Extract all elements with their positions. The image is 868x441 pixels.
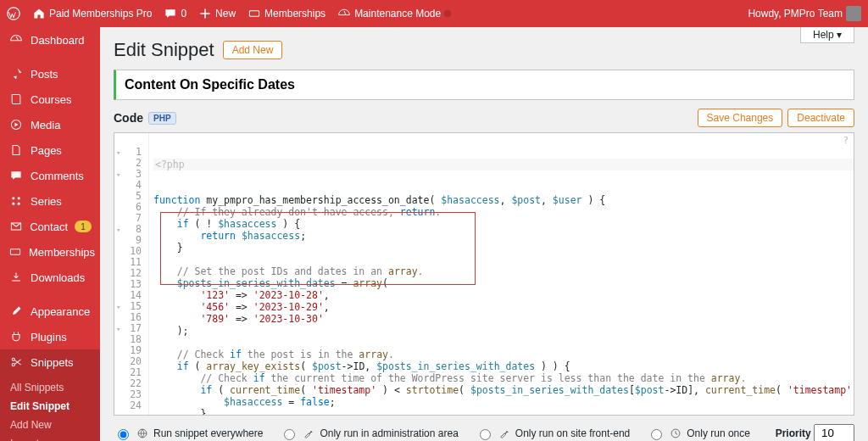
- sidebar-item-downloads[interactable]: Downloads: [0, 265, 100, 290]
- svg-point-9: [12, 358, 14, 360]
- wrench-icon: [498, 427, 510, 439]
- memberships-icon: [8, 244, 22, 260]
- scope-once[interactable]: Only run once: [647, 427, 750, 440]
- clock-icon: [670, 427, 682, 439]
- wp-logo[interactable]: [7, 7, 20, 20]
- sidebar-item-label: Memberships: [29, 246, 95, 259]
- site-name: Paid Memberships Pro: [49, 8, 152, 20]
- book-icon: [8, 92, 24, 107]
- submenu-all-snippets[interactable]: All Snippets: [0, 378, 100, 397]
- page-title-text: Edit Snippet: [114, 39, 214, 61]
- sidebar-item-plugins[interactable]: Plugins: [0, 324, 100, 349]
- home-icon: [32, 7, 46, 20]
- sidebar-item-label: Comments: [31, 170, 84, 182]
- svg-point-3: [12, 197, 14, 199]
- page-icon: [8, 142, 24, 158]
- scope-label: Run snippet everywhere: [153, 427, 263, 439]
- maintenance-link[interactable]: Maintenance Mode: [337, 7, 451, 20]
- scope-everywhere[interactable]: Run snippet everywhere: [114, 427, 263, 440]
- sidebar-item-label: Courses: [31, 93, 71, 106]
- scope-radio[interactable]: [480, 429, 491, 440]
- scope-frontend[interactable]: Only run on site front-end: [476, 427, 630, 440]
- sidebar-item-label: Dashboard: [31, 34, 85, 47]
- page-title: Edit Snippet Add New: [114, 39, 854, 61]
- comment-icon: [8, 168, 24, 183]
- plus-icon: [198, 7, 212, 20]
- media-icon: [8, 117, 24, 132]
- sidebar-item-dashboard[interactable]: Dashboard: [0, 27, 100, 53]
- admin-bar: Paid Memberships Pro 0 New Memberships M…: [0, 0, 868, 27]
- scope-radio[interactable]: [284, 429, 295, 440]
- priority-label: Priority: [776, 427, 811, 439]
- scope-label: Only run in administration area: [320, 427, 458, 439]
- comment-icon: [164, 7, 177, 20]
- help-tab[interactable]: Help ▾: [800, 27, 854, 43]
- new-label: New: [215, 8, 236, 20]
- wrench-icon: [303, 427, 314, 439]
- howdy-text: Howdy, PMPro Team: [748, 8, 843, 20]
- sidebar-item-appearance[interactable]: Appearance: [0, 299, 100, 324]
- sidebar-item-media[interactable]: Media: [0, 112, 100, 137]
- brush-icon: [8, 304, 24, 319]
- save-changes-button[interactable]: Save Changes: [698, 109, 783, 127]
- plug-icon: [8, 329, 24, 344]
- snippet-footer: Run snippet everywhere Only run in admin…: [114, 416, 854, 441]
- pin-icon: [8, 66, 24, 81]
- site-link[interactable]: Paid Memberships Pro: [32, 7, 152, 20]
- submenu-edit-snippet[interactable]: Edit Snippet: [0, 397, 100, 416]
- gauge-icon: [337, 7, 351, 20]
- sidebar-item-contact[interactable]: Contact1: [0, 214, 100, 239]
- add-new-button[interactable]: Add New: [223, 41, 283, 59]
- memberships-link[interactable]: Memberships: [248, 7, 326, 20]
- submenu-import[interactable]: Import: [0, 434, 100, 441]
- sidebar-item-label: Appearance: [31, 305, 90, 318]
- mail-icon: [8, 219, 23, 234]
- howdy-link[interactable]: Howdy, PMPro Team: [748, 6, 861, 21]
- scope-label: Only run once: [687, 427, 750, 439]
- deactivate-button[interactable]: Deactivate: [787, 109, 854, 127]
- memberships-label: Memberships: [264, 8, 326, 20]
- sidebar-item-label: Pages: [31, 144, 62, 157]
- priority-input[interactable]: [814, 424, 854, 441]
- sidebar-item-pages[interactable]: Pages: [0, 137, 100, 163]
- sidebar-item-label: Snippets: [31, 356, 74, 369]
- scope-radio[interactable]: [651, 429, 662, 440]
- memberships-icon: [248, 7, 261, 20]
- sidebar-item-label: Contact: [30, 220, 68, 233]
- contact-badge: 1: [75, 220, 92, 232]
- question-icon: ?: [843, 135, 849, 147]
- php-open-tag: <?php: [155, 159, 185, 170]
- php-badge: PHP: [148, 112, 176, 125]
- code-area[interactable]: <?php? function my_pmpro_has_membership_…: [148, 133, 854, 415]
- svg-point-4: [18, 197, 20, 199]
- snippet-title-input[interactable]: [114, 70, 854, 100]
- code-editor[interactable]: 1▾23▾45678▾9101112131415▾1617▾1819202122…: [114, 132, 854, 416]
- comments-link[interactable]: 0: [164, 7, 186, 20]
- admin-sidebar: Dashboard Posts Courses Media Pages Comm…: [0, 27, 100, 441]
- sidebar-item-comments[interactable]: Comments: [0, 163, 100, 188]
- svg-rect-1: [249, 11, 259, 16]
- new-link[interactable]: New: [198, 7, 236, 20]
- submenu-add-new[interactable]: Add New: [0, 416, 100, 434]
- svg-rect-8: [10, 249, 19, 254]
- sidebar-item-posts[interactable]: Posts: [0, 61, 100, 87]
- avatar: [846, 6, 861, 21]
- sidebar-item-series[interactable]: Series: [0, 188, 100, 214]
- svg-point-6: [18, 203, 20, 205]
- main-content: Help ▾ Edit Snippet Add New CodePHP Save…: [100, 27, 868, 441]
- sidebar-item-snippets[interactable]: Snippets: [0, 349, 100, 375]
- scope-radio[interactable]: [118, 429, 129, 440]
- snippets-submenu: All Snippets Edit Snippet Add New Import…: [0, 375, 100, 441]
- sidebar-item-label: Plugins: [31, 331, 67, 343]
- sidebar-item-courses[interactable]: Courses: [0, 87, 100, 112]
- scope-admin[interactable]: Only run in administration area: [280, 427, 458, 440]
- svg-point-10: [12, 364, 14, 366]
- sidebar-item-memberships[interactable]: Memberships: [0, 239, 100, 265]
- comments-count: 0: [181, 8, 186, 20]
- download-icon: [8, 270, 24, 285]
- svg-point-5: [12, 203, 14, 205]
- scope-label: Only run on site front-end: [515, 427, 630, 439]
- sidebar-item-label: Downloads: [31, 271, 85, 284]
- scissors-icon: [8, 354, 24, 370]
- globe-icon: [136, 427, 148, 439]
